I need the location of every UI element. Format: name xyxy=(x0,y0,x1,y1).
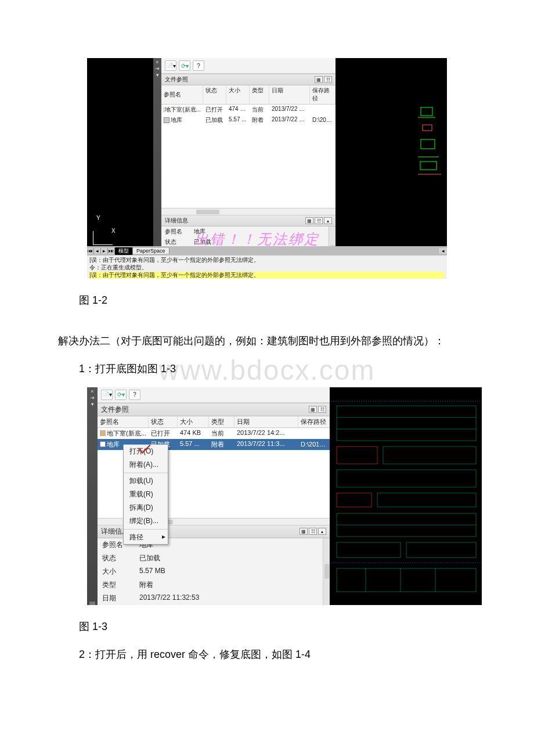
det-val: 5.57 MB xyxy=(139,567,318,577)
details-list-button[interactable]: ▦ xyxy=(300,528,308,535)
palette-handle[interactable]: × ⇥ ▾ xyxy=(153,58,161,279)
col-status[interactable]: 状态 xyxy=(203,85,226,104)
col-status[interactable]: 状态 xyxy=(149,416,178,427)
details-title: 详细信息 xyxy=(165,217,188,225)
det-key: 状态 xyxy=(165,238,194,246)
cell: 2013/7/22 14:2... xyxy=(269,105,310,115)
table-header: 参照名 状态 大小 类型 日期 保存路径 xyxy=(161,85,335,105)
svg-rect-8 xyxy=(337,406,476,441)
tabnav-next-icon[interactable]: ▸ xyxy=(101,248,108,254)
attach-dropdown-button[interactable]: 📄▾ xyxy=(165,60,176,71)
tabnav-scroll-icon[interactable]: ◂ xyxy=(439,248,447,254)
cell: 2013/7/22 14:2... xyxy=(234,428,298,439)
menu-drop-icon[interactable]: ▾ xyxy=(91,401,94,407)
drawing-canvas[interactable] xyxy=(330,387,482,605)
grip-icon xyxy=(89,602,95,605)
vscrollbar[interactable] xyxy=(323,538,330,605)
menu-drop-icon[interactable]: ▾ xyxy=(156,72,159,78)
close-icon[interactable]: × xyxy=(156,59,158,65)
collapse-button[interactable]: ▴ xyxy=(318,528,326,535)
cell: 当前 xyxy=(209,428,234,439)
cell: 5.57 ... xyxy=(226,115,250,125)
col-path[interactable]: 保存路径 xyxy=(310,85,335,104)
dwg-icon xyxy=(100,430,106,436)
cell: D:\2013年\建德桥东城市 xyxy=(298,439,330,450)
details-preview-button[interactable]: ☷ xyxy=(315,217,323,224)
command-log: |误：由于代理对象有问题，至少有一个指定的外部参照无法绑定。 令：正在重生成模型… xyxy=(87,255,447,279)
tab-paperspace[interactable]: PaperSpace xyxy=(133,248,169,254)
cell xyxy=(310,105,335,115)
submenu-arrow-icon: ▸ xyxy=(162,532,165,541)
table-row[interactable]: 地库 已加载 5.57 ... 附着 2013/7/22 11:3... D:\… xyxy=(161,115,335,125)
col-date[interactable]: 日期 xyxy=(234,416,298,427)
svg-rect-11 xyxy=(337,447,377,464)
ctx-unload[interactable]: 卸载(U) xyxy=(124,474,168,488)
svg-rect-2 xyxy=(423,125,432,131)
col-path[interactable]: 保存路径 xyxy=(298,416,330,427)
ctx-reload[interactable]: 重载(R) xyxy=(124,488,168,501)
pin-icon[interactable]: ⇥ xyxy=(90,395,95,401)
log-line: |误：由于代理对象有问题，至少有一个指定的外部参照无法绑定。 xyxy=(89,271,445,279)
table-empty-area xyxy=(161,125,335,208)
table-row[interactable]: 地下室(新底... 已打开 474 KB 当前 2013/7/22 14:2..… xyxy=(98,428,330,439)
det-val: 已加载 xyxy=(139,553,318,563)
xref-icon xyxy=(100,441,106,447)
cell: 474 KB xyxy=(178,428,209,439)
help-button[interactable]: ? xyxy=(129,390,140,400)
ctx-path[interactable]: 路径▸ xyxy=(124,531,168,544)
tree-view-button[interactable]: ☷ xyxy=(324,76,332,83)
ctx-attach[interactable]: 附着(A)... xyxy=(124,458,168,471)
tree-view-button[interactable]: ☷ xyxy=(318,406,326,413)
cell: 已打开 xyxy=(149,428,178,439)
det-key: 状态 xyxy=(102,553,139,563)
col-size[interactable]: 大小 xyxy=(226,85,250,104)
det-key: 参照名 xyxy=(165,228,194,236)
col-date[interactable]: 日期 xyxy=(269,85,310,104)
col-type[interactable]: 类型 xyxy=(209,416,234,427)
drawing-canvas[interactable] xyxy=(335,58,447,279)
details-preview-button[interactable]: ☷ xyxy=(309,528,317,535)
log-line: 令：正在重生成模型。 xyxy=(89,264,445,271)
help-button[interactable]: ? xyxy=(193,60,204,71)
refresh-dropdown-button[interactable]: ⟳▾ xyxy=(115,390,127,400)
check-annotation-icon xyxy=(116,445,127,452)
caption-fig-1-2: 图 1-2 xyxy=(58,290,476,310)
cell: 当前 xyxy=(250,105,269,115)
ctx-detach[interactable]: 拆离(D) xyxy=(124,501,168,514)
panel-toolbar: 📄▾ ⟳▾ ? xyxy=(161,58,335,74)
log-line: |误：由于代理对象有问题，至少有一个指定的外部参照无法绑定。 xyxy=(89,256,445,264)
col-size[interactable]: 大小 xyxy=(178,416,209,427)
details-header: 详细信息 ▦ ☷ ▴ xyxy=(161,215,335,226)
col-name[interactable]: 参照名 xyxy=(161,85,203,104)
list-view-button[interactable]: ▦ xyxy=(315,76,323,83)
det-val: 2013/7/22 11:32:53 xyxy=(139,593,318,603)
axis-y-label: Y xyxy=(96,215,100,221)
details-list-button[interactable]: ▦ xyxy=(305,217,313,224)
screenshot-2: × ⇥ ▾ 📄▾ ⟳▾ ? 文件参照 ▦ ☷ 参照名 状 xyxy=(87,387,482,605)
tabnav-last-icon[interactable]: ⏭ xyxy=(108,248,115,254)
palette-handle[interactable]: × ⇥ ▾ xyxy=(87,387,98,605)
list-view-button[interactable]: ▦ xyxy=(309,406,317,413)
col-type[interactable]: 类型 xyxy=(250,85,269,104)
pin-icon[interactable]: ⇥ xyxy=(155,66,160,71)
hscrollbar[interactable] xyxy=(161,208,335,215)
caption-fig-1-3: 图 1-3 xyxy=(58,617,476,636)
tabnav-first-icon[interactable]: ⏮ xyxy=(87,248,94,254)
refresh-dropdown-button[interactable]: ⟳▾ xyxy=(179,60,190,71)
svg-rect-15 xyxy=(377,493,476,507)
ctx-bind[interactable]: 绑定(B)... xyxy=(124,514,168,528)
cell xyxy=(298,428,330,439)
file-ref-title: 文件参照 xyxy=(165,75,188,84)
close-icon[interactable]: × xyxy=(91,388,93,394)
cell: 附着 xyxy=(250,115,269,125)
collapse-button[interactable]: ▴ xyxy=(324,217,332,224)
cell: 地下室(新底... xyxy=(165,106,201,114)
col-name[interactable]: 参照名 xyxy=(98,416,149,427)
xref-panel: 📄▾ ⟳▾ ? 文件参照 ▦ ☷ 参照名 状态 大小 类型 日期 保存路径 xyxy=(98,387,330,605)
ctx-open[interactable]: 打开(O) xyxy=(124,445,168,458)
tab-model[interactable]: 模型 xyxy=(115,247,133,255)
tabnav-prev-icon[interactable]: ◂ xyxy=(94,248,101,254)
axis-x-label: X xyxy=(111,228,116,234)
table-row[interactable]: 地下室(新底... 已打开 474 KB 当前 2013/7/22 14:2..… xyxy=(161,105,335,115)
attach-dropdown-button[interactable]: 📄▾ xyxy=(101,390,113,400)
